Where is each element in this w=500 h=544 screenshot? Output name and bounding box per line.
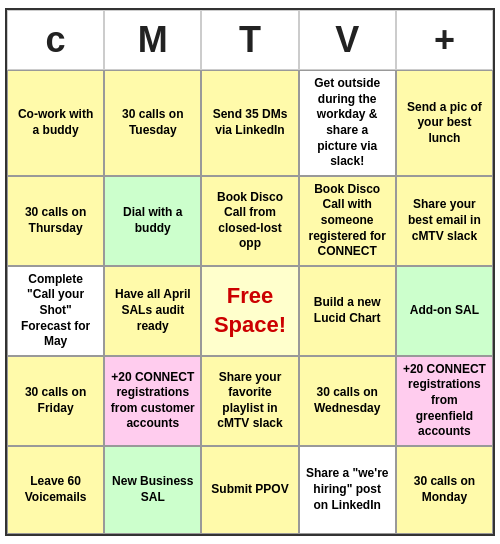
bingo-cell-12: Free Space! <box>201 266 298 356</box>
bingo-cell-9: Share your best email in cMTV slack <box>396 176 493 266</box>
bingo-cell-7: Book Disco Call from closed-lost opp <box>201 176 298 266</box>
bingo-cell-1: 30 calls on Tuesday <box>104 70 201 176</box>
bingo-cell-19: +20 CONNECT registrations from greenfiel… <box>396 356 493 446</box>
bingo-cell-5: 30 calls on Thursday <box>7 176 104 266</box>
bingo-cell-3: Get outside during the workday & share a… <box>299 70 396 176</box>
bingo-cell-10: Complete "Call your Shot" Forecast for M… <box>7 266 104 356</box>
bingo-cell-16: +20 CONNECT registrations from customer … <box>104 356 201 446</box>
bingo-grid: Co-work with a buddy30 calls on TuesdayS… <box>7 70 493 533</box>
bingo-header: cMTV+ <box>7 10 493 70</box>
bingo-cell-21: New Business SAL <box>104 446 201 534</box>
bingo-cell-2: Send 35 DMs via LinkedIn <box>201 70 298 176</box>
header-col: T <box>201 10 298 70</box>
bingo-cell-11: Have all April SALs audit ready <box>104 266 201 356</box>
bingo-cell-8: Book Disco Call with someone registered … <box>299 176 396 266</box>
bingo-cell-22: Submit PPOV <box>201 446 298 534</box>
bingo-cell-15: 30 calls on Friday <box>7 356 104 446</box>
header-col: V <box>299 10 396 70</box>
header-col: M <box>104 10 201 70</box>
bingo-cell-23: Share a "we're hiring" post on LinkedIn <box>299 446 396 534</box>
header-col: c <box>7 10 104 70</box>
bingo-cell-24: 30 calls on Monday <box>396 446 493 534</box>
bingo-cell-0: Co-work with a buddy <box>7 70 104 176</box>
bingo-cell-14: Add-on SAL <box>396 266 493 356</box>
header-col: + <box>396 10 493 70</box>
bingo-cell-18: 30 calls on Wednesday <box>299 356 396 446</box>
bingo-cell-20: Leave 60 Voicemails <box>7 446 104 534</box>
bingo-cell-4: Send a pic of your best lunch <box>396 70 493 176</box>
bingo-cell-17: Share your favorite playlist in cMTV sla… <box>201 356 298 446</box>
bingo-cell-13: Build a new Lucid Chart <box>299 266 396 356</box>
bingo-cell-6: Dial with a buddy <box>104 176 201 266</box>
bingo-card: cMTV+ Co-work with a buddy30 calls on Tu… <box>5 8 495 535</box>
